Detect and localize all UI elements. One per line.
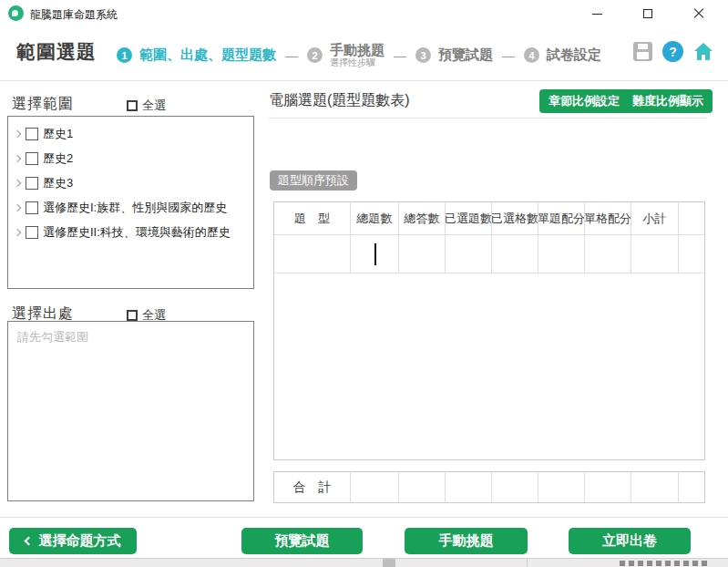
manual-pick-button[interactable]: 手動挑題 [405, 528, 528, 554]
back-button-label: 選擇命題方式 [39, 532, 121, 550]
cell-points-per-blank[interactable] [585, 235, 631, 273]
tree-item-elective1[interactable]: 選修歷史I:族群、性別與國家的歷史 [10, 195, 251, 220]
range-select-all[interactable]: 全選 [127, 98, 166, 114]
home-icon [693, 43, 713, 61]
col-header-selected-questions: 已選題數 [446, 202, 492, 235]
col-header-total-questions: 總題數 [351, 202, 399, 235]
cell-selected-questions[interactable] [446, 235, 492, 273]
page-header: 範圍選題 1 範圍、出處、題型題數 — 2 手動挑題 選擇性步驟 — 3 預覽試… [0, 30, 728, 80]
type-order-preset-button[interactable]: 題型順序預設 [270, 170, 357, 191]
background-text-smudge [620, 561, 711, 566]
save-icon [633, 42, 652, 61]
step-2-sublabel: 選擇性步驟 [330, 57, 385, 67]
maximize-icon [643, 9, 652, 18]
home-button[interactable] [692, 41, 713, 62]
step-3-circle: 3 [415, 47, 431, 63]
step-1-label: 範圍、出處、題型題數 [139, 46, 276, 64]
tree-item-elective2[interactable]: 選修歷史II:科技、環境與藝術的歷史 [10, 220, 251, 244]
range-section-title: 選擇範圍 [12, 95, 74, 114]
tree-item-history2[interactable]: 歷史2 [10, 146, 251, 170]
col-header-points-per-question: 單題配分 [538, 202, 585, 235]
minimize-icon [592, 14, 602, 15]
total-cell [538, 472, 585, 502]
back-to-method-button[interactable]: 選擇命題方式 [9, 528, 137, 554]
footer-divider [0, 517, 728, 518]
cell-total-answers[interactable] [399, 235, 446, 273]
expand-chevron-icon[interactable] [14, 179, 21, 186]
step-3-label: 預覽試題 [438, 46, 493, 64]
step-4-circle: 4 [524, 47, 539, 63]
tree-checkbox[interactable] [26, 152, 38, 165]
step-4-label: 試卷設定 [547, 46, 601, 64]
chevron-left-icon [24, 537, 33, 546]
range-select-all-checkbox[interactable] [127, 100, 138, 111]
total-cell [446, 472, 492, 502]
step-2-label: 手動挑題 [330, 43, 385, 58]
total-cell [585, 472, 631, 502]
background-scrollbar-thumb [383, 559, 395, 567]
total-cell [631, 472, 679, 502]
tree-checkbox[interactable] [26, 201, 38, 214]
step-2-circle: 2 [307, 47, 323, 63]
cell-total-questions[interactable] [351, 235, 399, 273]
header-icons: ? [632, 41, 713, 62]
background-window-sliver [0, 558, 728, 567]
cell-points-per-question[interactable] [538, 235, 585, 273]
col-header-selected-blanks: 已選格數 [492, 202, 538, 235]
table-data-row [274, 235, 704, 273]
total-cell [679, 472, 704, 502]
tree-item-history1[interactable]: 歷史1 [10, 121, 251, 146]
tree-item-label: 歷史3 [43, 175, 73, 191]
header-divider [0, 80, 728, 81]
tree-checkbox[interactable] [26, 226, 38, 239]
help-button[interactable]: ? [662, 41, 683, 62]
source-select-all-checkbox[interactable] [127, 310, 138, 321]
step-connector: — [502, 48, 515, 63]
chapter-ratio-button[interactable]: 章節比例設定 [539, 89, 629, 113]
range-tree: 歷史1 歷史2 歷史3 選修歷史I:族群、性別與國家的歷史 選修歷史II:科技、… [7, 116, 254, 289]
col-header-type: 題 型 [274, 202, 351, 235]
source-placeholder: 請先勾選範圍 [17, 329, 244, 345]
col-header-points-per-blank: 單格配分 [585, 202, 631, 235]
expand-chevron-icon[interactable] [14, 228, 21, 235]
difficulty-ratio-button[interactable]: 難度比例顯示 [623, 89, 713, 113]
expand-chevron-icon[interactable] [14, 129, 21, 137]
step-2: 手動挑題 選擇性步驟 [330, 43, 385, 68]
tree-item-label: 選修歷史I:族群、性別與國家的歷史 [43, 200, 227, 216]
preview-questions-button[interactable]: 預覽試題 [241, 528, 363, 554]
tree-item-label: 歷史2 [43, 150, 73, 167]
page-title: 範圍選題 [16, 39, 97, 65]
computer-selection-title: 電腦選題(題型題數表) [269, 91, 410, 110]
save-button[interactable] [632, 41, 653, 62]
cell-subtotal[interactable] [631, 235, 679, 273]
col-header-total-answers: 總答數 [399, 202, 446, 235]
tree-item-history3[interactable]: 歷史3 [10, 170, 251, 195]
panel-divider [269, 118, 706, 119]
cell-empty [679, 235, 704, 273]
total-cell [351, 472, 399, 502]
step-1-circle: 1 [117, 47, 132, 63]
source-list[interactable]: 請先勾選範圍 [7, 321, 254, 501]
cell-type[interactable] [274, 235, 351, 273]
range-select-all-label: 全選 [142, 98, 166, 114]
background-divider [527, 559, 528, 567]
col-header-empty [679, 202, 704, 235]
total-label-cell: 合 計 [274, 472, 351, 502]
text-caret [374, 243, 376, 265]
title-bar: 龍騰題庫命題系統 [0, 0, 728, 27]
generate-paper-button[interactable]: 立即出卷 [569, 528, 691, 554]
expand-chevron-icon[interactable] [14, 154, 21, 161]
tree-checkbox[interactable] [26, 128, 38, 140]
help-icon: ? [662, 41, 683, 62]
cell-selected-blanks[interactable] [492, 235, 538, 273]
app-window: 龍騰題庫命題系統 範圍選題 1 範圍、出處、題型題數 — 2 手動挑題 選擇性步… [0, 0, 728, 567]
step-connector: — [285, 48, 298, 63]
maximize-button[interactable] [627, 0, 669, 27]
tree-item-label: 選修歷史II:科技、環境與藝術的歷史 [43, 224, 231, 241]
minimize-button[interactable] [576, 0, 618, 27]
close-button[interactable] [678, 0, 720, 27]
total-row: 合 計 [274, 472, 704, 502]
expand-chevron-icon[interactable] [14, 203, 21, 211]
tree-checkbox[interactable] [26, 177, 38, 190]
tree-item-label: 歷史1 [43, 126, 73, 142]
